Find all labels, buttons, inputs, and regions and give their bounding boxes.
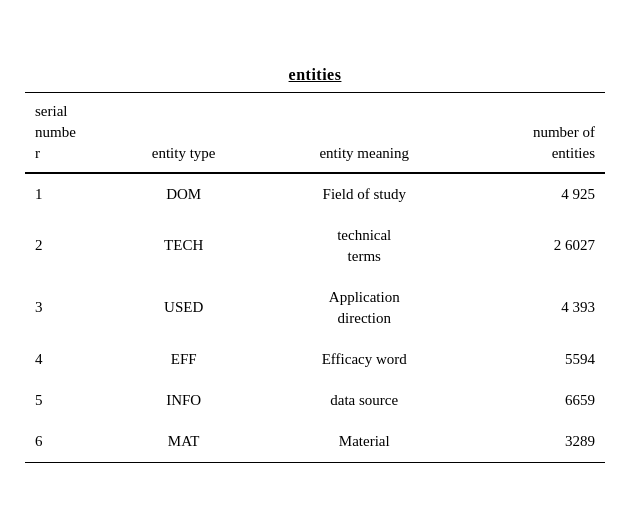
cell-meaning: Efficacy word: [255, 339, 474, 380]
header-meaning: entity meaning: [255, 92, 474, 173]
cell-count: 3289: [474, 421, 605, 463]
cell-count: 4 925: [474, 173, 605, 215]
cell-serial: 6: [25, 421, 113, 463]
cell-meaning: Field of study: [255, 173, 474, 215]
header-type: entity type: [113, 92, 255, 173]
cell-serial: 5: [25, 380, 113, 421]
cell-count: 6659: [474, 380, 605, 421]
cell-serial: 4: [25, 339, 113, 380]
cell-serial: 2: [25, 215, 113, 277]
cell-type: USED: [113, 277, 255, 339]
table-row: 4EFFEfficacy word5594: [25, 339, 605, 380]
table-row: 2TECHtechnical terms2 6027: [25, 215, 605, 277]
cell-count: 4 393: [474, 277, 605, 339]
table-row: 5INFOdata source6659: [25, 380, 605, 421]
entities-table: entities serial numbe r entity type enti…: [25, 66, 605, 463]
cell-count: 5594: [474, 339, 605, 380]
table-wrapper: entities serial numbe r entity type enti…: [25, 66, 605, 463]
cell-meaning: Application direction: [255, 277, 474, 339]
cell-meaning: technical terms: [255, 215, 474, 277]
cell-type: TECH: [113, 215, 255, 277]
cell-type: INFO: [113, 380, 255, 421]
header-count: number of entities: [474, 92, 605, 173]
cell-type: EFF: [113, 339, 255, 380]
table-row: 3USEDApplication direction4 393: [25, 277, 605, 339]
table-caption: entities: [25, 66, 605, 92]
table-row: 6MATMaterial3289: [25, 421, 605, 463]
cell-count: 2 6027: [474, 215, 605, 277]
cell-type: DOM: [113, 173, 255, 215]
cell-serial: 1: [25, 173, 113, 215]
cell-serial: 3: [25, 277, 113, 339]
cell-meaning: data source: [255, 380, 474, 421]
cell-type: MAT: [113, 421, 255, 463]
header-serial: serial numbe r: [25, 92, 113, 173]
cell-meaning: Material: [255, 421, 474, 463]
table-row: 1DOMField of study4 925: [25, 173, 605, 215]
